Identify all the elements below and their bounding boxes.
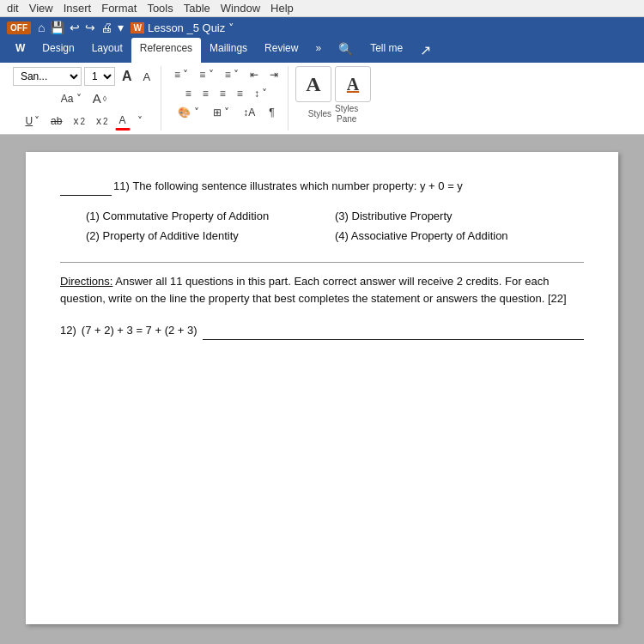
q12-number: 12): [60, 322, 76, 339]
q11-number: 11): [113, 178, 130, 195]
sort-button[interactable]: ↕A: [239, 104, 259, 121]
directions-label: Directions:: [60, 275, 112, 288]
font-name-selector[interactable]: San...: [13, 67, 82, 86]
question-12: 12) (7 + 2) + 3 = 7 + (2 + 3): [60, 322, 584, 340]
ribbon-tabs: W Design Layout References Mailings Revi…: [0, 38, 644, 63]
menu-insert[interactable]: Insert: [64, 2, 92, 15]
font-group: San... 12 A A Aa ˅ A◊ U ˅ ab x2 x2 A ˅: [7, 66, 161, 131]
tab-review[interactable]: Review: [256, 38, 307, 63]
tell-me-icon: 🔍: [330, 38, 361, 63]
tab-design[interactable]: Design: [33, 38, 82, 63]
q11-choices: (1) Commutative Property of Addition (3)…: [86, 208, 567, 245]
tab-tell-me[interactable]: Tell me: [361, 38, 411, 63]
decrease-indent-button[interactable]: ⇤: [246, 66, 263, 83]
menu-bar: dit View Insert Format Tools Table Windo…: [0, 0, 644, 17]
section-divider: [60, 262, 584, 263]
q11-text: The following sentence illustrates which…: [132, 178, 462, 195]
styles-box[interactable]: A: [295, 66, 331, 102]
doc-name[interactable]: Lesson _5 Quiz: [148, 21, 225, 34]
menu-format[interactable]: Format: [101, 2, 137, 15]
numbering-button[interactable]: ≡ ˅: [195, 66, 217, 83]
menu-view[interactable]: View: [29, 2, 53, 15]
styles-pane-label: StylesPane: [335, 104, 358, 125]
page: 11) The following sentence illustrates w…: [26, 152, 618, 624]
align-center-button[interactable]: ≡: [198, 85, 213, 102]
styles-pane-box[interactable]: A: [335, 66, 371, 102]
line-spacing-button[interactable]: ↕ ˅: [250, 85, 271, 102]
title-bar: OFF ⌂ 💾 ↩ ↪ 🖨 ▾ W Lesson _5 Quiz ˅: [0, 17, 644, 38]
redo-icon[interactable]: ↪: [85, 21, 95, 34]
font-color-dropdown[interactable]: ˅: [133, 112, 147, 130]
styles-a-icon: A: [306, 74, 320, 94]
multilevel-button[interactable]: ≡ ˅: [221, 66, 243, 83]
increase-indent-button[interactable]: ⇥: [265, 66, 283, 83]
styles-group: A A Styles StylesPane: [292, 66, 374, 131]
menu-tools[interactable]: Tools: [147, 2, 173, 15]
subscript-button[interactable]: x2: [69, 112, 89, 130]
align-right-button[interactable]: ≡: [216, 85, 230, 102]
underline-button[interactable]: U ˅: [21, 112, 44, 130]
menu-edit[interactable]: dit: [7, 2, 19, 15]
clear-format-button[interactable]: A◊: [88, 88, 111, 108]
tab-layout[interactable]: Layout: [83, 38, 131, 63]
choice-4: (4) Associative Property of Addition: [335, 228, 567, 245]
choice-1: (1) Commutative Property of Addition: [86, 208, 318, 225]
paragraph-group: ≡ ˅ ≡ ˅ ≡ ˅ ⇤ ⇥ ≡ ≡ ≡ ≡ ↕ ˅ 🎨 ˅ ⊞ ˅ ↕A ¶: [165, 66, 289, 131]
choice-3: (3) Distributive Property: [335, 208, 567, 225]
strikethrough-button[interactable]: ab: [46, 112, 66, 130]
doc-area: 11) The following sentence illustrates w…: [0, 135, 644, 644]
font-size-selector[interactable]: 12: [84, 67, 115, 86]
q11-answer-line: [60, 178, 112, 196]
justify-button[interactable]: ≡: [233, 85, 247, 102]
shrink-font-button[interactable]: A: [138, 68, 155, 86]
q12-equation: (7 + 2) + 3 = 7 + (2 + 3): [82, 322, 197, 339]
directions: Directions: Answer all 11 questions in t…: [60, 273, 584, 309]
home-icon[interactable]: ⌂: [38, 21, 45, 34]
share-icon[interactable]: ↗: [411, 38, 440, 63]
print-icon[interactable]: 🖨: [100, 21, 112, 34]
tab-more[interactable]: »: [307, 38, 330, 63]
menu-table[interactable]: Table: [184, 2, 210, 15]
word-icon: W: [131, 22, 143, 33]
doc-title: W Lesson _5 Quiz ˅: [131, 21, 234, 34]
superscript-button[interactable]: x2: [92, 112, 112, 130]
choice-2: (2) Property of Additive Identity: [86, 228, 318, 245]
doc-dropdown-icon[interactable]: ˅: [228, 21, 234, 34]
menu-window[interactable]: Window: [221, 2, 260, 15]
grow-font-button[interactable]: A: [118, 66, 137, 87]
q12-answer-line: [203, 322, 584, 340]
align-left-button[interactable]: ≡: [181, 85, 196, 102]
bullets-button[interactable]: ≡ ˅: [170, 66, 192, 83]
save-icon[interactable]: 💾: [50, 21, 64, 34]
directions-text: Answer all 11 questions in this part. Ea…: [60, 275, 567, 306]
borders-button[interactable]: ⊞ ˅: [209, 104, 234, 121]
tab-mailings[interactable]: Mailings: [201, 38, 256, 63]
styles-label: Styles: [308, 109, 331, 119]
off-badge: OFF: [7, 21, 31, 34]
menu-help[interactable]: Help: [270, 2, 294, 15]
tab-home[interactable]: W: [7, 38, 33, 63]
question-11: 11) The following sentence illustrates w…: [60, 178, 584, 196]
undo-icon[interactable]: ↩: [70, 21, 80, 34]
styles-pane-icon: A: [347, 76, 359, 93]
customize-icon[interactable]: ▾: [118, 21, 124, 34]
tab-references[interactable]: References: [131, 38, 201, 63]
pilcrow-button[interactable]: ¶: [264, 104, 278, 121]
font-color-button[interactable]: A: [115, 112, 131, 131]
ribbon: San... 12 A A Aa ˅ A◊ U ˅ ab x2 x2 A ˅ ≡…: [0, 63, 644, 135]
font-case-button[interactable]: Aa ˅: [57, 90, 86, 107]
shading-button[interactable]: 🎨 ˅: [173, 104, 203, 121]
